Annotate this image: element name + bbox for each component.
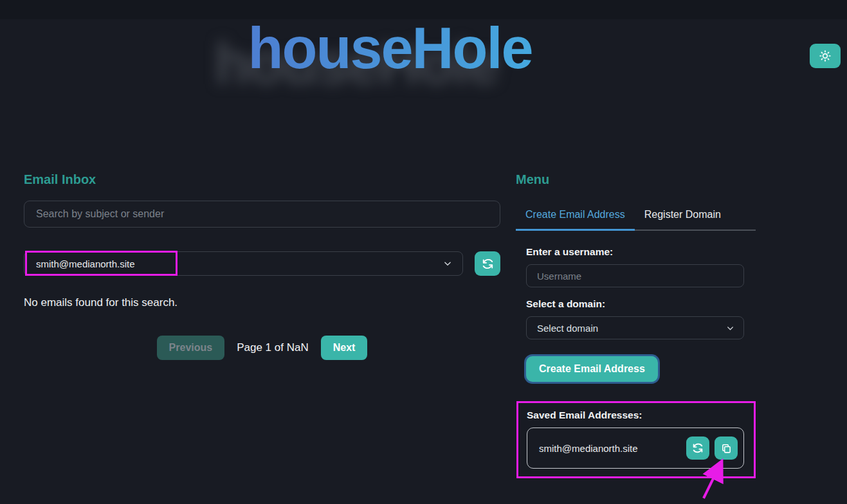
menu-tabbar: Create Email Address Register Domain [516, 202, 756, 231]
page: houseHole houseHole Email Inbox smith@me… [0, 0, 847, 504]
create-email-pane: Enter a username: Select a domain: Selec… [516, 246, 756, 478]
previous-page-button[interactable]: Previous [157, 336, 225, 360]
domain-select[interactable]: Select domain [526, 316, 744, 339]
email-inbox-section: Email Inbox smith@medianorth.site No e [24, 172, 500, 360]
app-title-shadow: houseHole [214, 32, 498, 96]
username-label: Enter a username: [526, 246, 756, 258]
domain-label: Select a domain: [526, 298, 756, 310]
email-select-row: smith@medianorth.site [24, 251, 500, 276]
refresh-saved-email-button[interactable] [686, 437, 709, 460]
domain-select-value: Select domain [537, 323, 598, 334]
refresh-icon [482, 258, 494, 270]
app-title-wrap: houseHole houseHole [0, 17, 847, 80]
next-page-button[interactable]: Next [321, 336, 368, 360]
copy-saved-email-button[interactable] [715, 437, 738, 460]
selected-email-value: smith@medianorth.site [36, 258, 135, 269]
annotation-highlight-saved-emails: Saved Email Addresses: smith@medianorth.… [516, 401, 756, 478]
pagination: Previous Page 1 of NaN Next [24, 336, 500, 360]
page-info: Page 1 of NaN [237, 341, 309, 354]
username-input[interactable] [526, 264, 744, 287]
chevron-down-icon [726, 324, 734, 332]
empty-inbox-message: No emails found for this search. [24, 296, 500, 309]
create-email-address-button[interactable]: Create Email Address [526, 356, 658, 382]
top-bar [0, 0, 847, 19]
copy-icon [721, 443, 732, 454]
sun-icon [819, 50, 832, 62]
email-inbox-heading: Email Inbox [24, 172, 500, 187]
tab-register-domain[interactable]: Register Domain [635, 202, 731, 231]
saved-email-row: smith@medianorth.site [527, 428, 744, 469]
refresh-icon [692, 442, 704, 454]
tab-create-email-address[interactable]: Create Email Address [516, 202, 635, 231]
email-address-select[interactable]: smith@medianorth.site [24, 251, 463, 276]
search-input[interactable] [24, 201, 500, 228]
theme-toggle-button[interactable] [810, 44, 841, 68]
refresh-inbox-button[interactable] [475, 251, 500, 276]
menu-heading: Menu [516, 172, 756, 187]
menu-section: Menu Create Email Address Register Domai… [516, 172, 756, 478]
saved-emails-heading: Saved Email Addresses: [527, 410, 744, 421]
app-title: houseHole [248, 17, 532, 80]
saved-email-value: smith@medianorth.site [539, 443, 681, 454]
chevron-down-icon [443, 259, 452, 268]
